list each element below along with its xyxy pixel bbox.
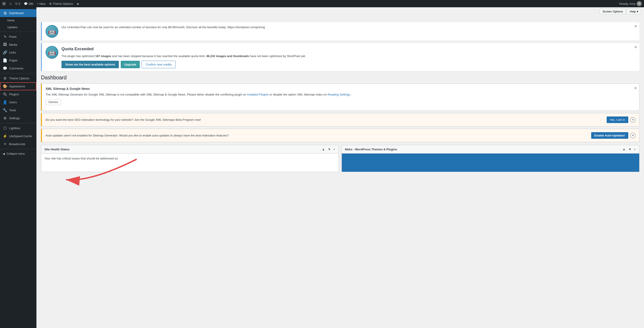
sidebar-label-tools: Tools [9,109,34,112]
seo-notice-text: Do you want the best SEO indexation tech… [46,118,201,122]
updates-sub-label: Updates [7,26,18,29]
show-best-options-button[interactable]: Show me the best available options [62,61,119,68]
sidebar-item-settings[interactable]: ⚙ Settings [0,114,36,122]
autoupdate-notice: Auto-updates aren't not enabled for Site… [41,129,640,142]
sidebar-item-tools[interactable]: 🔧 Tools [0,106,36,114]
seo-notice: Do you want the best SEO indexation tech… [41,113,640,127]
site-health-controls: ▲ ▼ ▪ [321,147,336,151]
quota-exceeded-text: The plugin has optimized 107 images and … [62,54,636,58]
quota-exceeded-title: Quota Exceeded [62,46,636,52]
sidebar-label-pages: Pages [9,59,34,62]
comments-icon: 💬 [3,66,7,70]
dashboard-icon: ⊞ [3,11,7,15]
collapse-icon: ◀ [3,152,5,155]
meks-title: Meks - WordPress Themes & Plugins [345,148,397,151]
sidebar-label-settings: Settings [9,117,34,120]
sidebar-item-breadcrumb[interactable]: ≡ Breadcrumb [0,140,36,148]
lightbox-icon: ☐ [3,126,7,130]
posts-icon: ✎ [3,35,7,39]
updates-number: 5 [19,2,20,5]
autoupdate-close-button[interactable]: ✕ [630,133,636,138]
xml-notice-close-button[interactable]: ✕ [634,86,637,90]
diamond-icon[interactable]: ◈ [77,2,79,5]
sidebar-item-pages[interactable]: 📄 Pages [0,56,36,64]
help-button[interactable]: Help ▾ [627,9,641,14]
new-content-button[interactable]: + New [37,2,46,5]
sidebar-item-lightbox[interactable]: ☐ Lightbox [0,124,36,132]
yes-i-am-in-button[interactable]: Yes, I am in [607,117,628,123]
enable-autoupdates-button[interactable]: Enable Auto-Updates! [591,132,628,139]
admin-bar: ⊞ ⌂ ↻ 5 💬 380 + New ⚙ Theme Options ◈ Ho… [0,0,644,7]
site-health-close[interactable]: ▪ [333,147,336,151]
upgrade-button[interactable]: Upgrade [121,61,140,68]
meks-collapse-down[interactable]: ▼ [628,147,632,151]
theme-options-adminbar[interactable]: ⚙ Theme Options [49,2,73,5]
settings-icon: ⚙ [3,116,7,120]
installed-plugins-link[interactable]: Installed Plugins [247,93,269,96]
home-icon[interactable]: ⌂ [9,1,12,6]
widget-row: Site Health Status ▲ ▼ ▪ Your site has c… [41,145,640,172]
xml-notice-dismiss-button[interactable]: Dismiss [46,99,61,105]
sidebar-item-links[interactable]: 🔗 Links [0,48,36,56]
screen-options-button[interactable]: Screen Options [600,9,626,14]
litespeed-icon: ⚡ [3,134,7,138]
site-health-title: Site Health Status [44,148,70,151]
tools-icon: 🔧 [3,108,7,112]
meks-header: Meks - WordPress Themes & Plugins ▲ ▼ ▪ [342,145,639,154]
meks-body [342,154,639,172]
wp-logo-icon[interactable]: ⊞ [2,1,6,6]
sidebar-item-theme-options[interactable]: ⚙ Theme Options [0,74,36,82]
dashboard-heading: Dashboard [41,75,640,81]
sidebar-item-media[interactable]: 🖼 Media [0,41,36,48]
autoupdate-text: Auto-updates aren't not enabled for Site… [46,134,229,137]
xml-sitemap-title: XML Sitemap & Google News [46,87,636,91]
site-health-header: Site Health Status ▲ ▼ ▪ [41,145,338,154]
sidebar: ⊞ Dashboard Home Updates ✎ Posts 🖼 Media… [0,7,36,328]
plugins-icon: 🔌 [3,92,7,96]
sidebar-label-links: Links [9,51,34,54]
xml-sitemap-notice: XML Sitemap & Google News The XML Sitema… [41,83,640,111]
reading-settings-link[interactable]: Reading Settings [328,93,350,96]
help-chevron: ▾ [637,10,638,13]
collapse-menu-button[interactable]: ◀ Collapse menu [0,150,36,158]
sidebar-item-posts[interactable]: ✎ Posts [0,33,36,41]
updates-count[interactable]: ↻ 5 [15,2,20,5]
meks-collapse-up[interactable]: ▲ [622,147,626,151]
site-health-widget: Site Health Status ▲ ▼ ▪ Your site has c… [41,145,339,172]
sidebar-label-theme-options: Theme Options [9,77,34,80]
xml-sitemap-text: The XML Sitemap Generator for Google XML… [46,92,636,97]
quota-exceeded-notice: 🤖 Quota Exceeded The plugin has optimize… [41,43,640,71]
sidebar-label-lightbox: Lightbox [9,127,34,130]
sidebar-label-media: Media [9,43,34,46]
sidebar-item-comments[interactable]: 💬 Comments [0,64,36,72]
shortpixel-robot-2: 🤖 [46,46,58,59]
quota-notice-dismiss[interactable]: ✕ [634,45,637,49]
avatar: A [637,1,642,6]
shortpixel-notice-1-dismiss[interactable]: ✕ [634,24,637,28]
shortpixel-notice-1-text: Our Unlimited Plan can now be used for a… [62,25,636,29]
sidebar-item-dashboard[interactable]: ⊞ Dashboard [0,9,36,17]
howdy-user[interactable]: Howdy, Amy A [619,1,642,6]
site-health-collapse-up[interactable]: ▲ [321,147,326,151]
breadcrumb-icon: ≡ [3,142,7,146]
sidebar-item-updates[interactable]: Updates [0,24,36,31]
sidebar-label-users: Users [9,101,34,104]
sidebar-label-comments: Comments [9,67,34,70]
sidebar-item-users[interactable]: 👤 Users [0,98,36,106]
sidebar-item-plugins[interactable]: 🔌 Plugins [0,90,36,98]
sidebar-label-posts: Posts [9,35,34,38]
sidebar-item-litespeed[interactable]: ⚡ LiteSpeed Cache [0,132,36,140]
sidebar-label-dashboard: Dashboard [9,11,34,15]
appearance-icon: 🎨 [3,84,7,88]
seo-notice-close-button[interactable]: ✕ [630,117,636,123]
collapse-label: Collapse menu [6,152,25,155]
sidebar-item-home[interactable]: Home [0,17,36,24]
comments-item[interactable]: 💬 380 [24,2,34,5]
media-icon: 🖼 [3,42,7,47]
confirm-credits-button[interactable]: Confirm new credits [142,61,176,68]
links-icon: 🔗 [3,50,7,55]
howdy-text: Howdy, Amy [619,2,635,5]
sidebar-item-appearance[interactable]: 🎨 Appearance [0,82,36,90]
site-health-collapse-down[interactable]: ▼ [327,147,332,151]
meks-close[interactable]: ▪ [634,147,636,151]
